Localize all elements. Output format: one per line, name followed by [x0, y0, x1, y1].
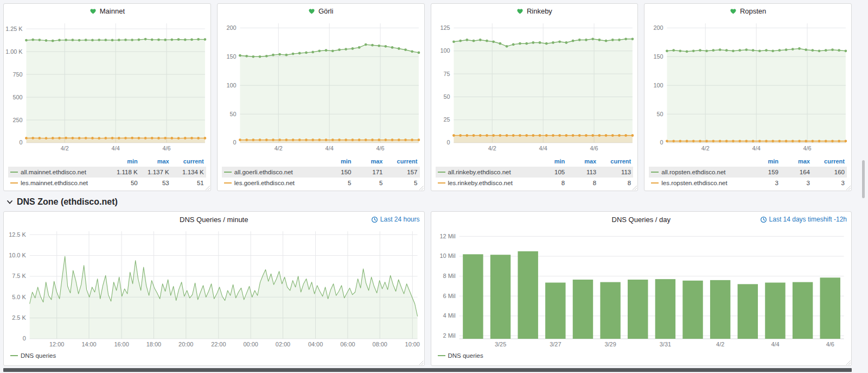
panel-dns-day: DNS Queries / dayLast 14 days timeshift …: [431, 211, 852, 366]
legend-row: les.rinkeby.ethdisco.net888: [436, 178, 634, 188]
panel-title-text: Rinkeby: [527, 7, 552, 15]
time-range-link[interactable]: Last 24 hours: [371, 216, 420, 223]
rinkeby-graph[interactable]: 4/24/44/60255075100125: [431, 18, 638, 155]
series-current-value: 8: [596, 180, 631, 186]
svg-text:200: 200: [654, 24, 663, 31]
chevron-down-icon: [7, 199, 13, 205]
series-name-label: all.ropsten.ethdisco.net: [661, 169, 725, 175]
svg-text:06:00: 06:00: [340, 341, 355, 347]
legend-row: all.rinkeby.ethdisco.net105113113: [436, 167, 634, 178]
legend-series-toggle[interactable]: all.ropsten.ethdisco.net: [651, 169, 747, 175]
time-range-link[interactable]: Last 14 days timeshift -12h: [760, 216, 847, 223]
svg-text:500: 500: [12, 93, 22, 100]
series-max-value: 1.137 K: [138, 169, 169, 175]
legend-series-toggle[interactable]: DNS queries: [448, 352, 483, 359]
svg-text:100: 100: [226, 82, 236, 88]
legend-series-toggle[interactable]: all.mainnet.ethdisco.net: [10, 169, 106, 175]
legend-series-toggle[interactable]: DNS queries: [21, 352, 56, 359]
legend-header-min[interactable]: min: [533, 158, 565, 165]
svg-text:4/6: 4/6: [590, 145, 598, 151]
series-min-value: 3: [747, 180, 778, 186]
svg-text:10 Mil: 10 Mil: [439, 252, 455, 259]
green-heart-icon: [516, 8, 524, 15]
legend-series-toggle[interactable]: les.rinkeby.ethdisco.net: [438, 180, 534, 186]
goerli-graph[interactable]: 4/24/44/6050100150200: [218, 18, 424, 155]
panel-ropsten: Ropsten4/24/44/6050100150200minmaxcurren…: [644, 3, 852, 191]
panel-rinkeby: Rinkeby4/24/44/60255075100125minmaxcurre…: [431, 3, 639, 191]
svg-text:150: 150: [654, 53, 663, 60]
legend-header-row: minmaxcurrent: [222, 156, 420, 167]
legend-header-min[interactable]: min: [106, 158, 138, 165]
series-color-swatch: [438, 355, 445, 356]
dns-day-graph[interactable]: 2 Mil4 Mil6 Mil8 Mil10 Mil12 Mil3/253/27…: [431, 227, 852, 351]
series-current-value: 160: [810, 169, 845, 175]
legend-header-min[interactable]: min: [320, 158, 352, 165]
legend-header-max[interactable]: max: [138, 158, 169, 165]
legend-row: les.goerli.ethdisco.net555: [222, 178, 420, 188]
ropsten-graph[interactable]: 4/24/44/6050100150200: [644, 18, 851, 155]
series-min-value: 8: [533, 180, 565, 186]
panel-title-ropsten[interactable]: Ropsten: [644, 4, 851, 18]
mainnet-graph[interactable]: 4/24/44/602505007501.00 K1.25 K: [4, 18, 210, 155]
legend: minmaxcurrentall.rinkeby.ethdisco.net105…: [431, 155, 638, 188]
next-row-panel-edge: [3, 368, 852, 372]
series-color-swatch: [224, 182, 232, 184]
svg-text:00:00: 00:00: [244, 341, 258, 347]
page-scrollbar-thumb[interactable]: [862, 160, 865, 198]
series-min-value: 1.118 K: [106, 169, 138, 175]
svg-text:6 Mil: 6 Mil: [443, 293, 455, 299]
series-max-value: 164: [778, 169, 810, 175]
svg-text:4/2: 4/2: [701, 145, 710, 151]
panel-title-dns-day[interactable]: DNS Queries / dayLast 14 days timeshift …: [431, 212, 852, 227]
svg-text:08:00: 08:00: [373, 341, 387, 347]
svg-text:8 Mil: 8 Mil: [443, 273, 455, 279]
panel-title-mainnet[interactable]: Mainnet: [4, 4, 210, 18]
legend-series-toggle[interactable]: les.goerli.ethdisco.net: [224, 180, 320, 186]
legend-header-max[interactable]: max: [778, 158, 810, 165]
panel-title-rinkeby[interactable]: Rinkeby: [431, 4, 638, 18]
dns-minute-graph[interactable]: 12:0014:0016:0018:0020:0022:0000:0002:00…: [4, 227, 424, 351]
legend-series-toggle[interactable]: all.rinkeby.ethdisco.net: [438, 169, 534, 175]
svg-text:18:00: 18:00: [146, 341, 161, 347]
svg-text:4 Mil: 4 Mil: [443, 312, 455, 319]
svg-text:14:00: 14:00: [81, 341, 96, 347]
svg-text:3/29: 3/29: [604, 341, 616, 347]
legend-row: les.ropsten.ethdisco.net333: [649, 178, 847, 188]
legend-header-current[interactable]: current: [383, 158, 418, 165]
legend-series-toggle[interactable]: all.goerli.ethdisco.net: [224, 169, 320, 175]
series-max-value: 5: [352, 180, 383, 186]
legend-header-max[interactable]: max: [565, 158, 596, 165]
series-max-value: 53: [138, 180, 169, 186]
series-current-value: 1.134 K: [169, 169, 204, 175]
network-panels-row: Mainnet4/24/44/602505007501.00 K1.25 Kmi…: [3, 3, 852, 191]
dns-zone-section-toggle[interactable]: DNS Zone (ethdisco.net): [3, 191, 852, 211]
section-title: DNS Zone (ethdisco.net): [17, 197, 118, 207]
legend: minmaxcurrentall.goerli.ethdisco.net1501…: [218, 155, 424, 188]
svg-text:3/31: 3/31: [659, 341, 671, 347]
svg-text:16:00: 16:00: [114, 341, 129, 347]
series-name-label: les.ropsten.ethdisco.net: [661, 180, 727, 186]
panel-title-dns-minute[interactable]: DNS Queries / minuteLast 24 hours: [4, 212, 424, 227]
svg-text:4/2: 4/2: [61, 145, 69, 151]
svg-text:4/2: 4/2: [274, 145, 282, 151]
legend-header-max[interactable]: max: [352, 158, 383, 165]
legend-header-row: minmaxcurrent: [649, 156, 847, 167]
clock-icon: [760, 216, 767, 223]
svg-text:12:00: 12:00: [49, 341, 64, 347]
svg-text:4/6: 4/6: [826, 341, 834, 347]
series-current-value: 113: [596, 169, 631, 175]
svg-text:4/4: 4/4: [539, 145, 547, 151]
series-min-value: 5: [320, 180, 352, 186]
legend-header-current[interactable]: current: [169, 158, 204, 165]
svg-text:4/2: 4/2: [488, 145, 496, 151]
series-name-label: les.goerli.ethdisco.net: [234, 180, 295, 186]
legend-series-toggle[interactable]: les.ropsten.ethdisco.net: [651, 180, 747, 186]
legend-header-current[interactable]: current: [596, 158, 631, 165]
series-current-value: 3: [810, 180, 845, 186]
panel-title-goerli[interactable]: Görli: [218, 4, 424, 18]
panel-title-text: Ropsten: [740, 7, 766, 15]
panel-title-text: Görli: [318, 7, 333, 15]
legend-series-toggle[interactable]: les.mainnet.ethdisco.net: [10, 180, 106, 186]
legend-header-min[interactable]: min: [747, 158, 778, 165]
legend-header-current[interactable]: current: [810, 158, 845, 165]
